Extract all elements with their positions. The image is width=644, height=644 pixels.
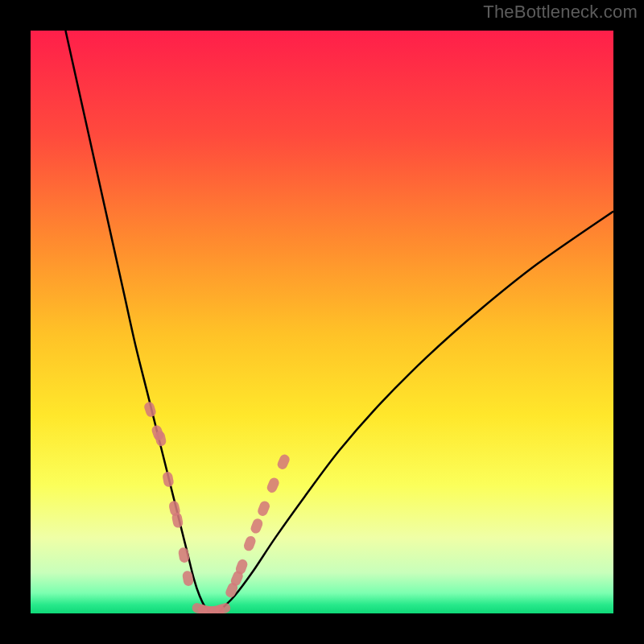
data-marker [242, 535, 257, 552]
data-marker [162, 471, 175, 488]
bottleneck-curve [65, 31, 613, 613]
data-marker [266, 477, 281, 494]
curve-layer [31, 31, 613, 613]
watermark-text: TheBottleneck.com [483, 2, 638, 23]
data-marker [276, 453, 291, 471]
data-marker [250, 517, 264, 535]
data-marker [178, 547, 190, 564]
data-marker [143, 401, 158, 419]
plot-area [31, 31, 613, 613]
chart-frame: TheBottleneck.com [0, 0, 644, 644]
data-marker [256, 500, 270, 518]
data-markers [143, 401, 291, 613]
data-marker [214, 602, 232, 613]
